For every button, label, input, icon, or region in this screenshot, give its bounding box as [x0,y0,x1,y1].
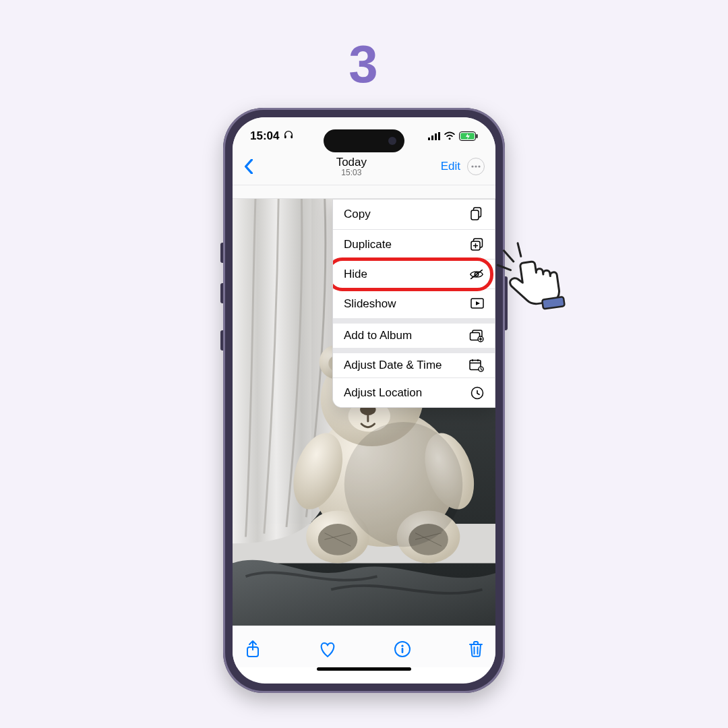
menu-item-label: Adjust Date & Time [344,359,442,372]
dynamic-island [324,129,404,152]
menu-item-slideshow[interactable]: Slideshow [333,289,495,318]
nav-bar: Today 15:03 Edit [233,152,495,185]
thumbnail-strip[interactable] [233,185,495,199]
svg-point-6 [449,138,451,140]
svg-line-59 [518,243,521,257]
share-button[interactable] [245,640,261,659]
nav-subtitle: 15:03 [341,169,361,177]
svg-rect-38 [471,210,479,220]
menu-item-hide[interactable]: Hide [333,259,495,289]
menu-item-label: Adjust Location [344,386,422,400]
battery-icon [459,131,478,141]
menu-item-add-to-album[interactable]: Add to Album [333,318,495,348]
bottom-toolbar [233,626,495,667]
tap-hand-cursor [488,233,580,327]
add-album-icon [469,329,484,342]
svg-rect-2 [428,138,430,140]
photo-viewport[interactable]: Copy Duplicate [233,199,495,626]
svg-rect-5 [438,132,440,140]
cellular-icon [428,132,440,140]
menu-item-duplicate[interactable]: Duplicate [333,229,495,259]
hide-icon [469,268,484,280]
svg-rect-1 [291,135,293,138]
action-menu: Copy Duplicate [332,199,495,408]
back-button[interactable] [243,159,262,174]
svg-point-11 [475,166,477,168]
svg-point-12 [478,166,480,168]
adjust-location-icon [471,386,484,400]
edit-button[interactable]: Edit [441,160,460,173]
svg-rect-4 [435,133,437,140]
phone-frame: 15:04 [223,108,505,693]
nav-title: Today [336,156,367,169]
svg-point-36 [344,422,463,547]
svg-rect-56 [402,648,404,653]
delete-button[interactable] [468,640,483,658]
menu-item-adjust-location[interactable]: Adjust Location [333,377,495,407]
home-indicator[interactable] [233,667,495,684]
svg-point-55 [402,644,404,646]
status-time: 15:04 [250,129,279,143]
menu-item-adjust-date[interactable]: Adjust Date & Time [333,348,495,377]
adjust-date-icon [469,359,484,372]
svg-point-10 [471,166,473,168]
svg-line-58 [504,249,513,262]
step-number: 3 [0,34,728,95]
wifi-icon [444,131,456,141]
info-button[interactable] [394,640,411,658]
menu-item-copy[interactable]: Copy [333,200,495,229]
menu-item-label: Hide [344,268,367,281]
phone-screen: 15:04 [233,117,495,684]
svg-rect-60 [542,297,565,309]
menu-item-label: Slideshow [344,297,396,311]
headphones-icon [283,129,294,144]
menu-item-label: Copy [344,208,371,221]
menu-item-label: Duplicate [344,238,392,251]
svg-line-57 [497,264,510,272]
svg-rect-3 [431,135,433,140]
copy-icon [471,207,484,222]
favorite-button[interactable] [318,640,337,658]
duplicate-icon [471,238,484,251]
menu-item-label: Add to Album [344,329,412,342]
svg-rect-0 [284,135,286,138]
slideshow-icon [471,298,484,310]
svg-rect-8 [477,134,478,138]
more-button[interactable] [467,158,485,175]
